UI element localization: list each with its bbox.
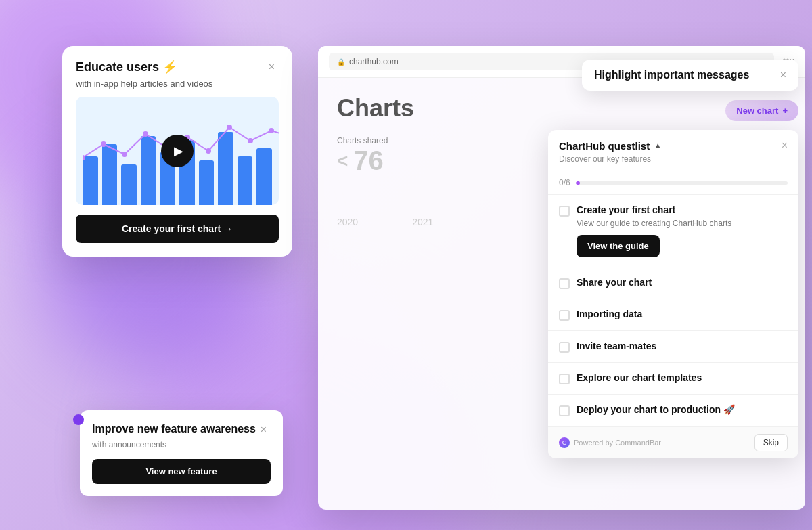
progress-bar-background	[576, 181, 788, 185]
announcement-title: Improve new feature awareness	[92, 422, 256, 437]
quest-label-chart-templates: Explore our chart templates	[577, 372, 702, 383]
svg-point-6	[206, 148, 211, 154]
play-icon: ▶	[174, 143, 183, 158]
url-text: charthub.com	[349, 57, 399, 66]
quest-checkbox-create-chart[interactable]	[559, 206, 570, 217]
purple-dot-indicator	[73, 414, 84, 425]
quest-checkbox-importing-data[interactable]	[559, 310, 570, 321]
questlist-close-button[interactable]: ×	[782, 139, 788, 152]
quest-item-row: Create your first chart	[559, 204, 788, 217]
quest-label-invite-teammates: Invite team-mates	[577, 340, 656, 351]
commandbar-logo: C	[559, 437, 570, 448]
announcement-header: Improve new feature awareness ×	[92, 422, 271, 437]
quest-item-chart-templates: Explore our chart templates	[548, 363, 798, 395]
quest-item-row-2: Share your chart	[559, 277, 788, 289]
quest-label-share-chart: Share your chart	[577, 277, 652, 288]
quest-item-row-6: Deploy your chart to production 🚀	[559, 404, 788, 416]
educate-subtitle: with in-app help articles and videos	[76, 79, 279, 89]
globe-icon: 🔒	[337, 58, 345, 66]
highlight-close-button[interactable]: ×	[780, 69, 786, 81]
svg-point-2	[122, 152, 127, 157]
year-2020: 2020	[337, 217, 358, 227]
play-button[interactable]: ▶	[161, 135, 194, 167]
svg-point-1	[101, 141, 106, 147]
page-title: Charts	[337, 94, 786, 123]
new-chart-button[interactable]: New chart +	[725, 100, 798, 121]
svg-point-7	[227, 125, 232, 130]
quest-desc-create-chart: View our guide to creating ChartHub char…	[577, 219, 788, 228]
share-icon: <	[337, 150, 348, 172]
svg-point-3	[143, 131, 148, 137]
view-feature-button[interactable]: View new feature	[92, 459, 271, 484]
questlist-title: ChartHub questlist ▲	[559, 140, 662, 152]
quest-item-row-5: Explore our chart templates	[559, 372, 788, 384]
quest-checkbox-deploy-production[interactable]	[559, 405, 570, 416]
powered-by-text: Powered by CommandBar	[574, 439, 661, 447]
questlist-header: ChartHub questlist ▲ × Discover our key …	[548, 130, 798, 171]
progress-label: 0/6	[559, 178, 570, 187]
educate-card-header: Educate users ⚡ ×	[76, 60, 279, 74]
view-guide-button[interactable]: View the guide	[577, 235, 660, 257]
year-2021: 2021	[412, 217, 433, 227]
questlist-title-row: ChartHub questlist ▲ ×	[559, 139, 788, 152]
quest-checkbox-share-chart[interactable]	[559, 278, 570, 289]
svg-point-8	[248, 138, 253, 143]
quest-item-importing-data: Importing data	[548, 299, 798, 331]
quest-item-invite-teammates: Invite team-mates	[548, 331, 798, 363]
quest-item-deploy-production: Deploy your chart to production 🚀	[548, 395, 798, 426]
questlist-panel: ChartHub questlist ▲ × Discover our key …	[548, 130, 798, 458]
new-chart-icon: +	[782, 106, 788, 116]
stat-number: 76	[353, 146, 384, 176]
progress-bar-fill	[576, 181, 580, 185]
questlist-arrow: ▲	[654, 141, 662, 150]
announcement-close-button[interactable]: ×	[256, 422, 271, 437]
questlist-footer: C Powered by CommandBar Skip	[548, 426, 798, 458]
educate-title: Educate users ⚡	[76, 60, 177, 74]
quest-item-row-3: Importing data	[559, 309, 788, 321]
announcement-card: Improve new feature awareness × with ann…	[80, 410, 283, 496]
educate-users-card: Educate users ⚡ × with in-app help artic…	[62, 46, 292, 257]
svg-point-9	[269, 128, 274, 133]
announcement-subtitle: with announcements	[92, 440, 271, 449]
quest-label-create-chart: Create your first chart	[577, 204, 675, 215]
quest-label-deploy-production: Deploy your chart to production 🚀	[577, 404, 735, 415]
quest-checkbox-invite-teammates[interactable]	[559, 342, 570, 353]
progress-row: 0/6	[548, 171, 798, 195]
quest-checkbox-chart-templates[interactable]	[559, 374, 570, 384]
questlist-subtitle: Discover our key features	[559, 154, 788, 164]
quest-label-importing-data: Importing data	[577, 309, 642, 319]
powered-by: C Powered by CommandBar	[559, 437, 661, 448]
quest-item-share-chart: Share your chart	[548, 267, 798, 299]
chart-preview: ▶	[76, 97, 279, 205]
highlight-text: Highlight important messages	[594, 69, 772, 81]
new-chart-label: New chart	[736, 106, 778, 116]
quest-item-row-4: Invite team-mates	[559, 340, 788, 353]
create-chart-button[interactable]: Create your first chart →	[76, 215, 279, 243]
quest-item-create-chart: Create your first chart View our guide t…	[548, 195, 798, 267]
educate-close-button[interactable]: ×	[265, 60, 279, 74]
skip-button[interactable]: Skip	[754, 434, 788, 451]
highlight-banner: Highlight important messages ×	[582, 60, 798, 91]
